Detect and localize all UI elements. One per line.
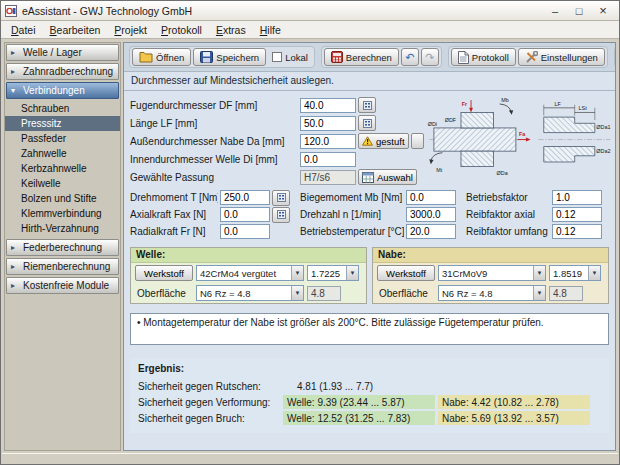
sidebar-section-federberechnung[interactable]: ▸ Federberechnung xyxy=(6,239,119,256)
close-button[interactable]: × xyxy=(591,3,615,19)
calculator-button[interactable] xyxy=(358,97,376,113)
maximize-button[interactable]: □ xyxy=(567,3,591,19)
report-toolbar-group: Protokoll Einstellungen xyxy=(448,46,608,68)
laenge-input[interactable] xyxy=(300,116,356,131)
auswahl-label: Auswahl xyxy=(377,172,413,183)
sidebar-item-bolzen-und-stifte[interactable]: Bolzen und Stifte xyxy=(5,191,120,206)
calculate-button[interactable]: Berechnen xyxy=(324,48,399,66)
betriebsfaktor-input[interactable] xyxy=(552,190,602,205)
sidebar-item-passfeder[interactable]: Passfeder xyxy=(5,131,120,146)
window-title: eAssistant - GWJ Technology GmbH xyxy=(22,5,192,17)
radialkraft-label: Radialkraft Fr [N] xyxy=(130,226,218,237)
sidebar-item-hirth-verzahnung[interactable]: Hirth-Verzahnung xyxy=(5,221,120,236)
expand-arrow-icon: ▸ xyxy=(11,48,19,57)
menu-datei[interactable]: Datei xyxy=(4,22,43,38)
gestuft-label: gestuft xyxy=(376,136,405,147)
undo-button[interactable]: ↶ xyxy=(401,48,419,66)
verformung-welle-value: Welle: 9.39 (23.44 ... 5.87) xyxy=(283,395,435,409)
axialkraft-label: Axialkraft Fax [N] xyxy=(130,209,218,220)
sidebar-item-kerbzahnwelle[interactable]: Kerbzahnwelle xyxy=(5,161,120,176)
fugendurchmesser-input[interactable] xyxy=(300,98,356,113)
reibfaktor-umfang-input[interactable] xyxy=(552,224,602,239)
drehmoment-input[interactable] xyxy=(220,190,270,205)
calculator-button[interactable] xyxy=(272,207,290,223)
sidebar-section-kostenfreie-module[interactable]: ▸ Kostenfreie Module xyxy=(6,277,119,294)
sidebar-item-schrauben[interactable]: Schrauben xyxy=(5,101,120,116)
table-icon xyxy=(362,172,374,183)
bruch-label: Sicherheit gegen Bruch: xyxy=(138,413,283,424)
welle-material-select[interactable]: 42CrMo4 vergütet ▼ xyxy=(196,265,304,281)
redo-button[interactable]: ↷ xyxy=(421,48,439,66)
welle-surface-value: N6 Rz = 4.8 xyxy=(197,288,291,299)
reibfaktor-axial-input[interactable] xyxy=(552,207,602,222)
save-button[interactable]: Speichern xyxy=(193,48,266,66)
chevron-down-icon: ▼ xyxy=(291,286,303,300)
betriebstemperatur-input[interactable] xyxy=(406,224,456,239)
sidebar-item-keilwelle[interactable]: Keilwelle xyxy=(5,176,120,191)
aussendurchmesser-input[interactable] xyxy=(300,134,356,149)
local-checkbox[interactable]: Lokal xyxy=(268,52,312,63)
betriebsfaktor-label: Betriebsfaktor xyxy=(466,192,550,203)
welle-surface-select[interactable]: N6 Rz = 4.8 ▼ xyxy=(196,285,304,301)
welle-material-value: 42CrMo4 vergütet xyxy=(197,268,291,279)
diagram-mb-label: Mb xyxy=(501,97,509,103)
menu-protokoll[interactable]: Protokoll xyxy=(154,22,209,38)
drehzahl-label: Drehzahl n [1/min] xyxy=(300,209,404,220)
calculator-button[interactable] xyxy=(272,190,290,206)
diagram-mt-label: Mt xyxy=(436,167,443,173)
sidebar-item-presssitz[interactable]: Presssitz xyxy=(5,116,120,131)
nabe-surface-select[interactable]: N6 Rz = 4.8 ▼ xyxy=(438,285,546,301)
save-disk-icon xyxy=(200,51,213,63)
sidebar-item-zahnwelle[interactable]: Zahnwelle xyxy=(5,146,120,161)
loads-grid: Drehmoment T [Nm] Axialkraft Fax [N] Rad… xyxy=(130,189,609,240)
toolbar: Öffnen Speichern Lokal Berechnen xyxy=(124,43,615,72)
welle-panel: Welle: Werkstoff 42CrMo4 vergütet ▼ 1.72… xyxy=(130,247,367,304)
undo-icon: ↶ xyxy=(405,51,414,64)
calculator-button[interactable] xyxy=(358,115,376,131)
menubar: Datei Bearbeiten Projekt Protokoll Extra… xyxy=(1,21,619,39)
menu-projekt[interactable]: Projekt xyxy=(107,22,154,38)
sidebar-section-welle-lager[interactable]: ▸ Welle / Lager xyxy=(6,44,119,61)
welle-material-number-value: 1.7225 xyxy=(308,268,346,279)
section-label: Zahnradberechnung xyxy=(23,66,113,77)
calc-toolbar-group: Berechnen ↶ ↷ xyxy=(321,46,442,68)
fugendurchmesser-label: Fugendurchmesser DF [mm] xyxy=(130,100,298,111)
verformung-nabe-value: Nabe: 4.42 (10.82 ... 2.78) xyxy=(438,395,590,409)
local-label: Lokal xyxy=(285,52,308,63)
axialkraft-input[interactable] xyxy=(220,207,270,222)
sidebar-section-zahnradberechnung[interactable]: ▸ Zahnradberechnung xyxy=(6,63,119,80)
result-row-verformung: Sicherheit gegen Verformung: Welle: 9.39… xyxy=(138,394,601,410)
tools-icon xyxy=(525,51,538,64)
gestuft-button[interactable]: gestuft xyxy=(358,133,409,149)
minimize-button[interactable]: – xyxy=(543,3,567,19)
nabe-werkstoff-button[interactable]: Werkstoff xyxy=(377,265,435,281)
chevron-down-icon: ▼ xyxy=(533,286,545,300)
nabe-material-select[interactable]: 31CrMoV9 ▼ xyxy=(438,265,546,281)
sidebar-section-riemenberechnung[interactable]: ▸ Riemenberechnung xyxy=(6,258,119,275)
sidebar-section-verbindungen[interactable]: ▾ Verbindungen xyxy=(6,82,119,99)
radialkraft-input[interactable] xyxy=(220,224,270,239)
welle-material-number-select[interactable]: 1.7225 ▼ xyxy=(307,265,359,281)
diagram-lf-label: LF xyxy=(555,101,562,107)
results-panel: Ergebnis: Sicherheit gegen Rutschen: 4.8… xyxy=(130,358,609,433)
diagram-df-label: ØDF xyxy=(445,117,457,123)
da-options-button[interactable] xyxy=(411,133,424,149)
biegemoment-input[interactable] xyxy=(406,190,456,205)
welle-werkstoff-button[interactable]: Werkstoff xyxy=(135,265,193,281)
auswahl-button[interactable]: Auswahl xyxy=(358,169,417,185)
innendurchmesser-input[interactable] xyxy=(300,152,356,167)
sidebar-item-klemmverbindung[interactable]: Klemmverbindung xyxy=(5,206,120,221)
open-button[interactable]: Öffnen xyxy=(132,48,191,66)
protocol-button[interactable]: Protokoll xyxy=(451,48,516,66)
settings-button[interactable]: Einstellungen xyxy=(518,48,605,66)
menu-hilfe[interactable]: Hilfe xyxy=(253,22,288,38)
document-icon xyxy=(458,51,469,64)
diagram-da1-label: ØDa1 xyxy=(596,124,610,130)
menu-bearbeiten[interactable]: Bearbeiten xyxy=(43,22,108,38)
statusbar xyxy=(2,453,618,463)
section-label: Verbindungen xyxy=(23,85,85,96)
nabe-material-number-select[interactable]: 1.8519 ▼ xyxy=(549,265,601,281)
menu-extras[interactable]: Extras xyxy=(209,22,253,38)
drehzahl-input[interactable] xyxy=(406,207,456,222)
calculate-label: Berechnen xyxy=(346,52,392,63)
